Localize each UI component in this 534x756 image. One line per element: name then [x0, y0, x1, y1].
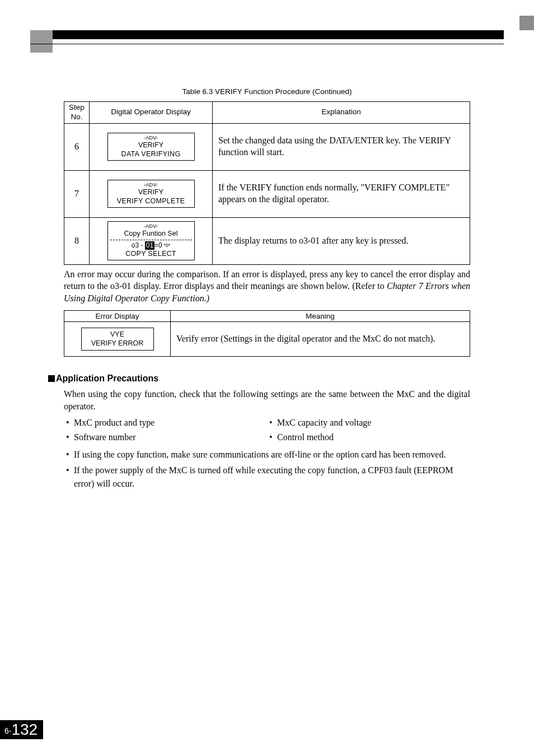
list-item: If the power supply of the MxC is turned…	[64, 464, 470, 491]
lcd-line: -ADV-	[110, 181, 192, 188]
list-item: If using the copy function, make sure co…	[64, 448, 470, 461]
two-column-list: MxC product and type MxC capacity and vo…	[64, 416, 470, 444]
list-item: Software number	[64, 430, 267, 445]
table-row: 8 -ADV- Copy Funtion Sel o3 - 01=0 *0* C…	[64, 217, 470, 264]
note-paragraph: An error may occur during the comparison…	[64, 268, 470, 305]
lcd-line: -ADV-	[110, 134, 192, 141]
explanation-cell: Set the changed data using the DATA/ENTE…	[213, 123, 470, 170]
lcd-display: -ADV- VERIFY DATA VERIFYING	[107, 133, 195, 161]
body-paragraph: When using the copy function, check that…	[64, 388, 470, 412]
lcd-line: VERIFY	[110, 141, 192, 150]
bullet-list: If using the copy function, make sure co…	[64, 448, 470, 491]
list-item: Control method	[267, 430, 470, 445]
lcd-line: -ADV-	[110, 223, 192, 230]
section-heading: Application Precautions	[48, 374, 470, 384]
header-decor-square	[519, 16, 534, 30]
display-cell: -ADV- VERIFY VERIFY COMPLETE	[90, 170, 213, 217]
header-black-bar	[30, 30, 504, 39]
param-highlight: 01	[145, 241, 154, 250]
page-header	[0, 0, 534, 41]
lcd-line: VERIFY	[110, 188, 192, 197]
lcd-line: COPY SELECT	[110, 250, 192, 259]
error-table: Error Display Meaning VYE VERIFY ERROR V…	[64, 310, 470, 357]
param-suffix: =0	[154, 241, 162, 249]
step-number: 8	[64, 217, 90, 264]
section-title: Application Precautions	[56, 374, 158, 383]
col-head-display: Digital Operator Display	[90, 102, 213, 124]
param-star: *0*	[162, 242, 171, 248]
table-row: 7 -ADV- VERIFY VERIFY COMPLETE If the VE…	[64, 170, 470, 217]
explanation-cell: The display returns to o3-01 after any k…	[213, 217, 470, 264]
page-number: 132	[11, 721, 38, 738]
err-head-display: Error Display	[64, 310, 171, 321]
err-display-cell: VYE VERIFY ERROR	[64, 321, 171, 357]
square-bullet-icon	[48, 375, 55, 382]
lcd-line: VERIFY COMPLETE	[110, 197, 192, 206]
lcd-display: -ADV- VERIFY VERIFY COMPLETE	[107, 180, 195, 208]
step-number: 6	[64, 123, 90, 170]
step-number: 7	[64, 170, 90, 217]
lcd-line: VYE	[84, 330, 151, 339]
header-side-tab	[30, 30, 53, 53]
page-footer: 6-132	[0, 720, 43, 739]
display-cell: -ADV- Copy Funtion Sel o3 - 01=0 *0* COP…	[90, 217, 213, 264]
col-head-step: StepNo.	[64, 102, 90, 124]
lcd-display: VYE VERIFY ERROR	[81, 328, 154, 351]
procedure-table: StepNo. Digital Operator Display Explana…	[64, 101, 470, 265]
lcd-line: VERIFY ERROR	[84, 339, 151, 348]
lcd-line: Copy Funtion Sel	[110, 230, 192, 239]
table-row: 6 -ADV- VERIFY DATA VERIFYING Set the ch…	[64, 123, 470, 170]
err-head-meaning: Meaning	[171, 310, 470, 321]
display-cell: -ADV- VERIFY DATA VERIFYING	[90, 123, 213, 170]
page-content: Table 6.3 VERIFY Function Procedure (Con…	[0, 41, 534, 491]
chapter-number: 6	[4, 726, 9, 735]
param-prefix: o3 -	[132, 241, 145, 249]
header-thin-line	[30, 44, 504, 44]
list-item: MxC capacity and voltage	[267, 416, 470, 430]
explanation-cell: If the VERIFY function ends normally, "V…	[213, 170, 470, 217]
lcd-display: -ADV- Copy Funtion Sel o3 - 01=0 *0* COP…	[107, 221, 195, 260]
table-row: VYE VERIFY ERROR Verify error (Settings …	[64, 321, 470, 357]
col-head-explanation: Explanation	[213, 102, 470, 124]
table-caption: Table 6.3 VERIFY Function Procedure (Con…	[64, 87, 470, 96]
err-meaning-cell: Verify error (Settings in the digital op…	[171, 321, 470, 357]
lcd-param-line: o3 - 01=0 *0*	[110, 240, 192, 250]
list-item: MxC product and type	[64, 416, 267, 430]
lcd-line: DATA VERIFYING	[110, 150, 192, 159]
